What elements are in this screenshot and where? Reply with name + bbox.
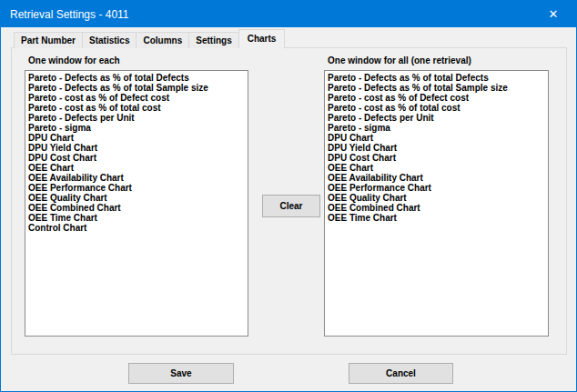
list-item[interactable]: OEE Time Chart [28, 213, 248, 223]
list-item[interactable]: OEE Performance Chart [28, 183, 248, 193]
tab-strip: Part NumberStatisticsColumnsSettingsChar… [14, 31, 285, 48]
list-item[interactable]: OEE Availability Chart [28, 173, 248, 183]
list-item[interactable]: Pareto - cost as % of total cost [328, 103, 548, 113]
list-item[interactable]: DPU Cost Chart [28, 153, 248, 163]
list-item[interactable]: Pareto - cost as % of total cost [28, 103, 248, 113]
list-item[interactable]: OEE Quality Chart [28, 193, 248, 203]
list-item[interactable]: OEE Availability Chart [328, 173, 548, 183]
cancel-button[interactable]: Cancel [349, 363, 453, 384]
list-item[interactable]: DPU Yield Chart [328, 143, 548, 153]
list-item[interactable]: Pareto - sigma [328, 123, 548, 133]
left-list[interactable]: Pareto - Defects as % of total DefectsPa… [25, 70, 248, 337]
list-item[interactable]: Pareto - Defects per Unit [328, 113, 548, 123]
list-item[interactable]: Pareto - sigma [28, 123, 248, 133]
list-item[interactable]: OEE Chart [328, 163, 548, 173]
window-title: Retrieval Settings - 4011 [1, 8, 129, 21]
list-item[interactable]: Control Chart [28, 223, 248, 233]
list-item[interactable]: Pareto - cost as % of Defect cost [328, 93, 548, 103]
title-bar: Retrieval Settings - 4011 ✕ [1, 1, 576, 27]
list-item[interactable]: OEE Chart [28, 163, 248, 173]
list-item[interactable]: DPU Chart [28, 133, 248, 143]
list-item[interactable]: OEE Performance Chart [328, 183, 548, 193]
list-item[interactable]: DPU Yield Chart [28, 143, 248, 153]
list-item[interactable]: OEE Time Chart [328, 213, 548, 223]
tab-statistics[interactable]: Statistics [82, 32, 137, 48]
list-item[interactable]: Pareto - Defects as % of total Sample si… [28, 83, 248, 93]
list-item[interactable]: DPU Cost Chart [328, 153, 548, 163]
right-list[interactable]: Pareto - Defects as % of total DefectsPa… [324, 70, 549, 337]
list-item[interactable]: Pareto - cost as % of Defect cost [28, 93, 248, 103]
list-item[interactable]: Pareto - Defects per Unit [28, 113, 248, 123]
left-list-label: One window for each [28, 55, 120, 65]
save-button[interactable]: Save [128, 363, 234, 384]
retrieval-settings-dialog: Retrieval Settings - 4011 ✕ Part NumberS… [0, 0, 577, 392]
close-icon[interactable]: ✕ [538, 1, 569, 27]
tab-part-number[interactable]: Part Number [14, 32, 83, 48]
list-item[interactable]: OEE Combined Chart [328, 203, 548, 213]
list-item[interactable]: OEE Combined Chart [28, 203, 248, 213]
list-item[interactable]: Pareto - Defects as % of total Sample si… [328, 83, 548, 93]
list-item[interactable]: DPU Chart [328, 133, 548, 143]
list-item[interactable]: Pareto - Defects as % of total Defects [328, 73, 548, 83]
tab-settings[interactable]: Settings [188, 32, 238, 48]
right-list-label: One window for all (one retrieval) [328, 55, 471, 65]
list-item[interactable]: OEE Quality Chart [328, 193, 548, 203]
tab-columns[interactable]: Columns [136, 32, 189, 48]
tab-charts[interactable]: Charts [238, 29, 286, 48]
clear-button[interactable]: Clear [262, 195, 320, 217]
list-item[interactable]: Pareto - Defects as % of total Defects [28, 73, 248, 83]
